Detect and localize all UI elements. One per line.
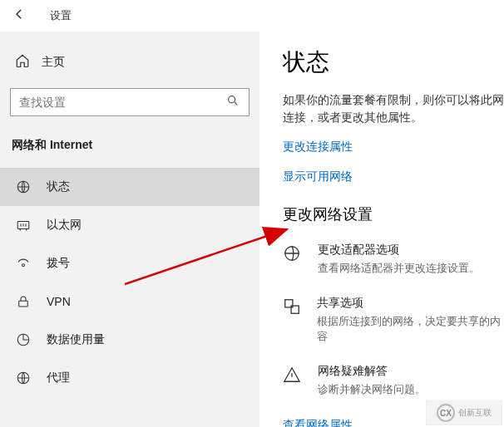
warning-icon: [283, 364, 303, 397]
search-input[interactable]: [10, 88, 250, 116]
sidebar-item-label: 数据使用量: [47, 332, 105, 347]
dialup-icon: [15, 256, 32, 271]
watermark-logo: CX: [437, 404, 455, 422]
sidebar-item-status[interactable]: 状态: [0, 168, 259, 206]
sidebar-item-label: VPN: [47, 295, 71, 308]
svg-point-3: [22, 264, 25, 267]
svg-point-0: [229, 96, 235, 103]
link-change-connection[interactable]: 更改连接属性: [283, 140, 504, 155]
sidebar-item-label: 代理: [47, 371, 70, 385]
setting-sharing-options[interactable]: 共享选项 根据所连接到的网络，决定要共享的内容: [283, 296, 504, 344]
setting-troubleshoot[interactable]: 网络疑难解答 诊断并解决网络问题。: [283, 364, 504, 397]
watermark: CX 创新互联: [426, 400, 502, 425]
sharing-icon: [283, 296, 302, 344]
content-pane: 状态 如果你的流量套餐有限制，则你可以将此网 连接，或者更改其他属性。 更改连接…: [259, 32, 504, 427]
setting-title: 网络疑难解答: [318, 364, 426, 379]
sidebar-item-ethernet[interactable]: 以太网: [0, 206, 259, 244]
sidebar-home-label: 主页: [42, 55, 65, 70]
sidebar: 主页 网络和 Internet 状态 以太网: [0, 32, 259, 427]
link-show-networks[interactable]: 显示可用网络: [283, 169, 504, 184]
globe-icon: [15, 179, 32, 194]
sidebar-item-dialup[interactable]: 拨号: [0, 244, 259, 282]
sidebar-item-label: 状态: [47, 179, 70, 194]
ethernet-icon: [15, 218, 32, 233]
svg-rect-4: [19, 301, 28, 307]
setting-sub: 诊断并解决网络问题。: [318, 382, 426, 397]
setting-title: 更改适配器选项: [318, 243, 480, 258]
search-icon[interactable]: [226, 94, 240, 110]
subheader: 更改网络设置: [283, 204, 504, 224]
back-icon[interactable]: [12, 7, 27, 26]
data-usage-icon: [15, 332, 32, 347]
setting-title: 共享选项: [317, 296, 504, 311]
page-title: 状态: [283, 47, 504, 78]
sidebar-item-data-usage[interactable]: 数据使用量: [0, 321, 259, 359]
sidebar-item-label: 以太网: [47, 218, 82, 233]
adapter-icon: [283, 243, 303, 276]
setting-sub: 根据所连接到的网络，决定要共享的内容: [317, 314, 504, 344]
setting-adapter-options[interactable]: 更改适配器选项 查看网络适配器并更改连接设置。: [283, 243, 504, 276]
sidebar-item-vpn[interactable]: VPN: [0, 282, 259, 321]
desc-line1: 如果你的流量套餐有限制，则你可以将此网: [283, 93, 504, 106]
sidebar-item-label: 拨号: [47, 256, 70, 271]
setting-sub: 查看网络适配器并更改连接设置。: [318, 261, 480, 276]
sidebar-item-proxy[interactable]: 代理: [0, 359, 259, 397]
proxy-icon: [15, 371, 32, 385]
link-view-properties[interactable]: 查看网络属性: [283, 418, 353, 427]
watermark-text: 创新互联: [458, 407, 492, 419]
window-title: 设置: [50, 8, 72, 23]
vpn-icon: [15, 294, 32, 309]
sidebar-section-title: 网络和 Internet: [0, 130, 259, 168]
desc-line2: 连接，或者更改其他属性。: [283, 110, 422, 124]
sidebar-home[interactable]: 主页: [0, 45, 259, 80]
home-icon: [15, 53, 30, 71]
